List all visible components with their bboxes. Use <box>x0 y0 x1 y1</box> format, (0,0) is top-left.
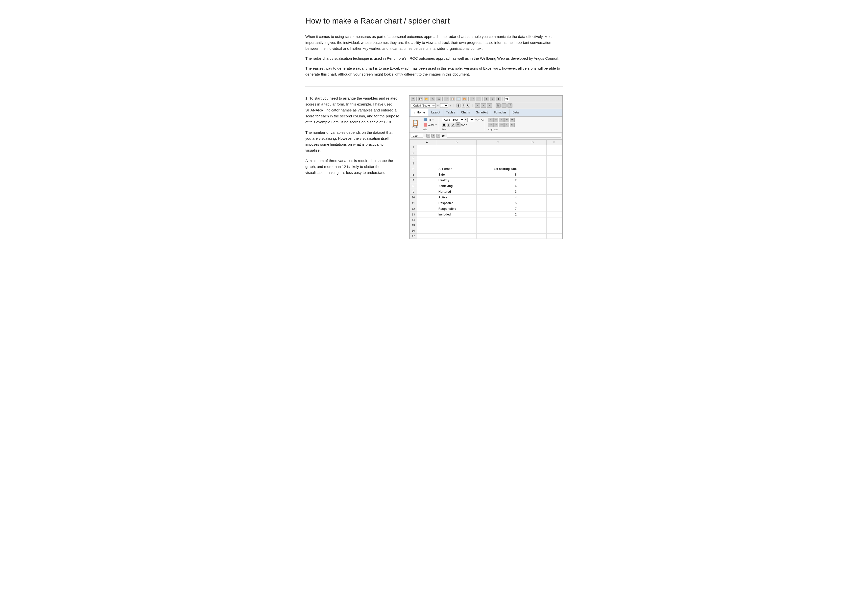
toolbar-icon-autosum[interactable]: Σ <box>484 96 489 101</box>
cell-13-C[interactable]: 2 <box>476 212 519 218</box>
cell-1-C[interactable] <box>476 145 519 150</box>
cell-6-A[interactable] <box>417 172 437 177</box>
bold-btn-ribbon[interactable]: B <box>442 123 446 127</box>
toolbar-icon-cut[interactable]: ✂ <box>444 96 449 101</box>
cell-1-D[interactable] <box>519 145 547 150</box>
excel-icon-office[interactable]: ⊙ <box>411 97 415 101</box>
fill-button[interactable]: Fill ▼ <box>423 117 438 122</box>
cell-1-A[interactable] <box>417 145 437 150</box>
cell-12-C[interactable]: 7 <box>476 206 519 212</box>
cell-4-A[interactable] <box>417 161 437 166</box>
cell-7-D[interactable] <box>519 177 547 183</box>
cell-17-B[interactable] <box>437 233 476 239</box>
underline-button[interactable]: U <box>466 104 470 107</box>
font-grow-icon[interactable]: A↑ <box>477 118 480 121</box>
italic-btn-ribbon[interactable]: I <box>447 123 450 127</box>
cell-3-A[interactable] <box>417 155 437 161</box>
tab-formulas[interactable]: Formulas <box>491 109 510 117</box>
cell-17-C[interactable] <box>476 233 519 239</box>
cell-5-D[interactable] <box>519 166 547 172</box>
cell-16-A[interactable] <box>417 228 437 233</box>
cell-6-D[interactable] <box>519 172 547 177</box>
cell-9-A[interactable] <box>417 189 437 195</box>
cell-8-E[interactable] <box>546 183 562 189</box>
cell-10-C[interactable]: 4 <box>476 195 519 201</box>
cell-13-D[interactable] <box>519 212 547 218</box>
tab-data[interactable]: Data <box>510 109 522 117</box>
font-size-select[interactable]: 12 <box>440 103 448 108</box>
cell-2-B[interactable] <box>437 150 476 155</box>
cell-15-B[interactable] <box>437 223 476 228</box>
cell-7-A[interactable] <box>417 177 437 183</box>
bold-button[interactable]: B <box>456 104 461 107</box>
toolbar-icon-copy[interactable]: 📋 <box>450 96 455 101</box>
cell-4-D[interactable] <box>519 161 547 166</box>
cell-14-B[interactable] <box>437 218 476 223</box>
cell-4-E[interactable] <box>546 161 562 166</box>
size-select-ribbon[interactable]: 12 <box>467 118 474 122</box>
toolbar-icon-sort[interactable]: ↓ <box>490 96 495 101</box>
cell-9-D[interactable] <box>519 189 547 195</box>
cell-12-D[interactable] <box>519 206 547 212</box>
toolbar-icon-save[interactable]: 💾 <box>418 96 423 101</box>
tab-tables[interactable]: Tables <box>443 109 458 117</box>
cell-12-A[interactable] <box>417 206 437 212</box>
cell-10-E[interactable] <box>546 195 562 201</box>
cell-11-C[interactable]: 5 <box>476 201 519 206</box>
cell-5-E[interactable] <box>546 166 562 172</box>
cell-13-E[interactable] <box>546 212 562 218</box>
cell-6-C[interactable]: 8 <box>476 172 519 177</box>
toolbar-icon-align-right[interactable]: ≡ <box>487 103 492 108</box>
toolbar-icon-preview[interactable]: ▭ <box>436 96 441 101</box>
cell-9-E[interactable] <box>546 189 562 195</box>
toolbar-icon-filter[interactable]: ▼ <box>496 96 501 101</box>
cell-8-D[interactable] <box>519 183 547 189</box>
toolbar-icon-print[interactable]: 🖨 <box>430 96 435 101</box>
merge-cells-icon[interactable]: ⊟ <box>510 123 515 127</box>
font-highlight-icon[interactable]: A <box>461 123 463 127</box>
tab-smartart[interactable]: SmartArt <box>473 109 491 117</box>
cell-7-C[interactable]: 2 <box>476 177 519 183</box>
cell-3-E[interactable] <box>546 155 562 161</box>
font-name-select[interactable]: Calibri (Body) <box>411 103 436 108</box>
cell-2-A[interactable] <box>417 150 437 155</box>
tab-home[interactable]: ⌂ Home <box>411 109 428 117</box>
align-center-icon[interactable]: ≡ <box>493 118 498 122</box>
tab-layout[interactable]: Layout <box>428 109 443 117</box>
formula-check-icon[interactable]: ✓ <box>426 134 430 138</box>
cell-6-B[interactable]: Safe <box>437 172 476 177</box>
tab-charts[interactable]: Charts <box>458 109 473 117</box>
toolbar-icon-open[interactable]: 📂 <box>424 96 429 101</box>
cell-11-D[interactable] <box>519 201 547 206</box>
formula-input[interactable] <box>446 134 561 138</box>
toolbar-icon-format-painter[interactable]: 🎨 <box>462 96 467 101</box>
cell-3-D[interactable] <box>519 155 547 161</box>
font-select-ribbon[interactable]: Calibri (Body) <box>442 118 464 122</box>
cell-5-A[interactable] <box>417 166 437 172</box>
cell-1-B[interactable] <box>437 145 476 150</box>
cell-4-B[interactable] <box>437 161 476 166</box>
cell-2-C[interactable] <box>476 150 519 155</box>
cell-13-B[interactable]: Included <box>437 212 476 218</box>
cell-17-D[interactable] <box>519 233 547 239</box>
cell-11-A[interactable] <box>417 201 437 206</box>
clear-button[interactable]: Clear ▼ <box>423 123 438 127</box>
formula-arrow-icon[interactable]: ∧ <box>436 134 440 138</box>
align-middle-icon[interactable]: -≡ <box>493 123 498 127</box>
italic-button[interactable]: I <box>462 104 465 107</box>
toolbar-icon-align-left[interactable]: ≡ <box>475 103 480 108</box>
border-icon[interactable]: ⊞ <box>456 122 460 127</box>
formula-cancel-icon[interactable]: ✗ <box>431 134 435 138</box>
cell-6-E[interactable] <box>546 172 562 177</box>
toolbar-icon-increase-dec[interactable]: .0 <box>507 103 512 108</box>
toolbar-icon-comma[interactable]: , <box>502 103 507 108</box>
align-top-icon[interactable]: ↑≡ <box>488 123 493 127</box>
cell-9-B[interactable]: Nurtured <box>437 189 476 195</box>
cell-7-B[interactable]: Healthy <box>437 177 476 183</box>
cell-15-A[interactable] <box>417 223 437 228</box>
cell-11-E[interactable] <box>546 201 562 206</box>
paste-label[interactable]: Paste <box>412 126 418 129</box>
align-bottom-icon[interactable]: ↓≡ <box>499 123 504 127</box>
align-right-icon[interactable]: ≡ <box>499 118 504 122</box>
cell-10-A[interactable] <box>417 195 437 201</box>
